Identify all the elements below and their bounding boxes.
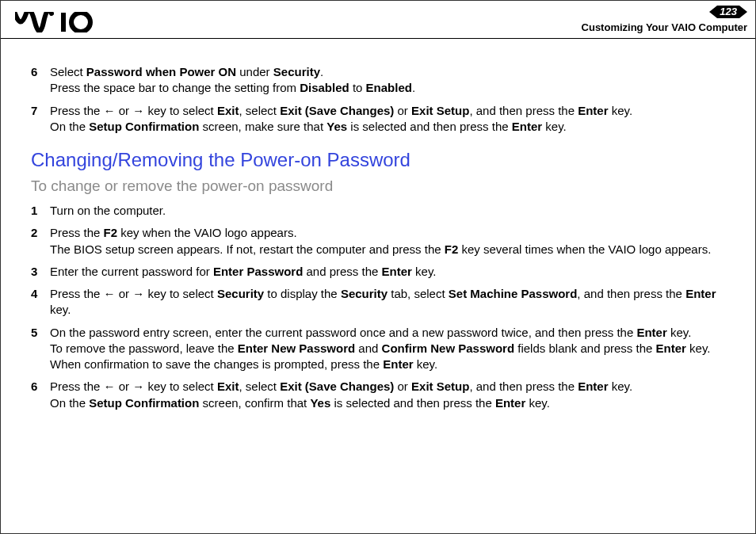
step-body: Press the ← or → key to select Security … [50,286,725,318]
page-number-badge[interactable]: 123 [709,4,747,20]
step-number: 5 [31,325,50,373]
prev-page-icon[interactable] [709,6,717,18]
step-body: On the password entry screen, enter the … [50,325,725,373]
step-body: Turn on the computer. [50,203,725,219]
step-item: 7Press the ← or → key to select Exit, se… [31,103,725,135]
page-number: 123 [717,6,739,18]
page-content: 6Select Password when Power ON under Sec… [1,39,755,411]
step-number: 3 [31,264,50,280]
step-item: 6Select Password when Power ON under Sec… [31,64,725,97]
step-number: 6 [31,64,50,97]
vaio-logo-icon [15,12,102,35]
section-subtitle: To change or remove the power-on passwor… [31,177,725,195]
step-number: 2 [31,225,50,257]
step-body: Press the ← or → key to select Exit, sel… [50,379,725,411]
step-body: Press the ← or → key to select Exit, sel… [50,103,725,135]
step-number: 6 [31,379,50,411]
svg-rect-0 [61,13,66,32]
step-number: 1 [31,203,50,219]
step-number: 4 [31,286,50,318]
step-body: Enter the current password for Enter Pas… [50,264,725,280]
step-body: Press the F2 key when the VAIO logo appe… [50,225,725,257]
step-item: 2Press the F2 key when the VAIO logo app… [31,225,725,257]
step-item: 4Press the ← or → key to select Security… [31,286,725,318]
header-section-title: Customizing Your VAIO Computer [582,21,747,33]
next-page-icon[interactable] [739,6,747,18]
step-item: 5On the password entry screen, enter the… [31,325,725,373]
step-body: Select Password when Power ON under Secu… [50,64,725,97]
step-item: 1Turn on the computer. [31,203,725,219]
step-item: 6Press the ← or → key to select Exit, se… [31,379,725,411]
step-item: 3Enter the current password for Enter Pa… [31,264,725,280]
top-step-list: 6Select Password when Power ON under Sec… [31,64,725,135]
section-heading: Changing/Removing the Power-on Password [31,149,725,171]
step-number: 7 [31,103,50,135]
page-header: 123 Customizing Your VAIO Computer [1,1,755,39]
main-step-list: 1Turn on the computer.2Press the F2 key … [31,203,725,411]
svg-point-1 [71,13,90,32]
